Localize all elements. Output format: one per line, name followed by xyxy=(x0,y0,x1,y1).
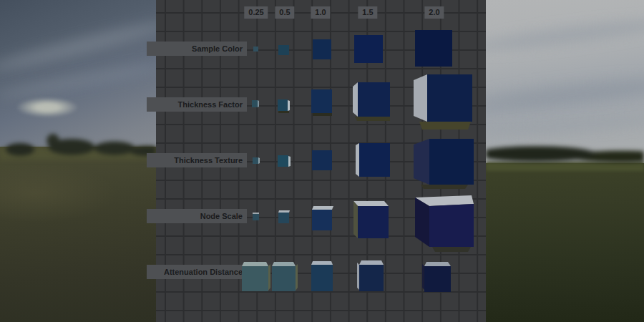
cube-thickness-factor-0-5 xyxy=(278,111,289,113)
cube-node-scale-0-5 xyxy=(278,210,290,213)
cube-sample-color-0-5 xyxy=(278,45,289,55)
cube-thickness-factor-1-0 xyxy=(311,89,332,113)
cube-attenuation-distance-0-25 xyxy=(268,264,270,291)
cube-node-scale-1-0 xyxy=(312,206,333,210)
cube-thickness-factor-0-5 xyxy=(288,100,290,111)
cube-thickness-factor-1-5 xyxy=(353,82,358,117)
cube-thickness-factor-0-25 xyxy=(258,100,259,107)
cube-thickness-texture-0-5 xyxy=(278,155,288,167)
cube-thickness-texture-1-5 xyxy=(356,143,359,177)
cube-node-scale-1-5 xyxy=(353,201,389,206)
cube-node-scale-0-25 xyxy=(253,213,259,214)
cube-thickness-factor-0-5 xyxy=(278,99,288,111)
cube-thickness-texture-1-0 xyxy=(312,150,332,170)
cube-thickness-factor-2-0 xyxy=(427,74,472,122)
cube-thickness-texture-0-25 xyxy=(258,157,260,164)
cube-attenuation-distance-0-5 xyxy=(272,266,296,291)
cube-attenuation-distance-1-0 xyxy=(311,265,333,291)
cube-sample-color-2-0 xyxy=(415,30,452,67)
cube-attenuation-distance-0-5 xyxy=(272,262,296,266)
cube-attenuation-distance-1-5 xyxy=(359,260,384,265)
cube-attenuation-distance-1-0 xyxy=(311,261,333,265)
cube-sample-color-1-5 xyxy=(354,35,383,63)
cube-attenuation-distance-0-25 xyxy=(242,266,268,291)
cube-thickness-factor-1-0 xyxy=(313,113,332,116)
cube-thickness-factor-1-5 xyxy=(355,117,390,121)
cube-node-scale-1-5 xyxy=(353,201,358,238)
scene-root: 0.25 0.5 1.0 1.5 2.0 Sample Color Thickn… xyxy=(0,0,644,322)
cube-thickness-texture-2-0 xyxy=(429,139,474,185)
cube-thickness-factor-2-0 xyxy=(419,122,471,130)
cube-node-scale-1-0 xyxy=(312,210,332,230)
cube-sample-color-1-0 xyxy=(313,39,331,59)
cube-attenuation-distance-2-0 xyxy=(422,264,424,290)
cube-node-scale-1-5 xyxy=(358,206,389,238)
cube-thickness-texture-0-25 xyxy=(253,157,258,164)
cube-attenuation-distance-0-25 xyxy=(242,262,268,266)
cube-thickness-texture-2-0 xyxy=(421,185,468,189)
cube-attenuation-distance-1-5 xyxy=(359,265,384,291)
cube-thickness-factor-0-25 xyxy=(252,100,258,107)
cube-node-scale-0-5 xyxy=(278,213,289,223)
cube-node-scale-2-0 xyxy=(415,197,429,247)
cube-node-scale-0-25 xyxy=(253,214,259,220)
cube-attenuation-distance-2-0 xyxy=(424,262,451,266)
cubes-layer xyxy=(0,0,644,322)
cube-attenuation-distance-2-0 xyxy=(424,266,451,292)
cube-node-scale-2-0 xyxy=(429,204,474,247)
cube-attenuation-distance-1-5 xyxy=(357,263,359,290)
cube-thickness-factor-1-5 xyxy=(358,82,390,117)
cube-sample-color-0-25 xyxy=(253,47,258,52)
cube-thickness-texture-2-0 xyxy=(414,139,429,185)
cube-thickness-texture-1-5 xyxy=(359,143,390,177)
cube-thickness-texture-0-5 xyxy=(288,156,291,167)
cube-attenuation-distance-0-5 xyxy=(296,264,298,291)
cube-thickness-factor-2-0 xyxy=(414,74,427,122)
cube-node-scale-2-0 xyxy=(432,247,471,252)
